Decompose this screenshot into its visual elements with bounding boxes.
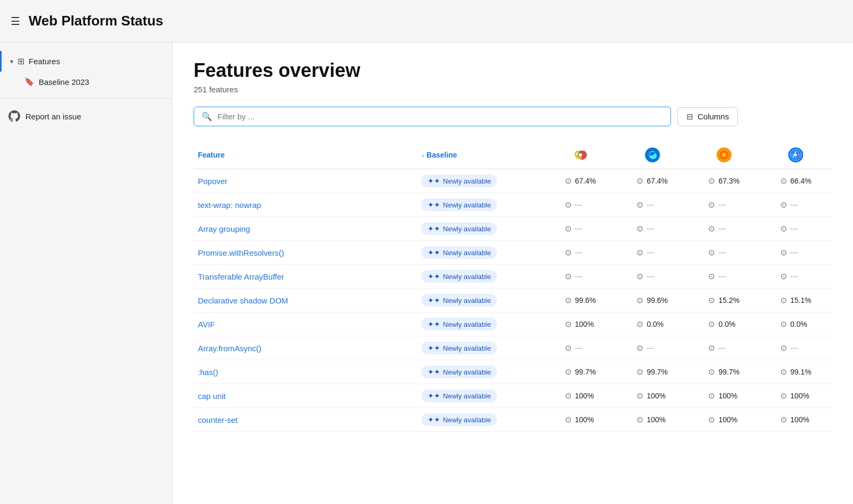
check-icon: ⊙ [780,415,787,424]
firefox-value: --- [718,248,739,257]
check-icon: ⊙ [565,415,572,424]
newly-available-badge: ✦✦ Newly available [421,175,497,187]
chrome-value: --- [575,272,596,281]
chrome-value: 100% [575,392,596,400]
check-icon: ⊙ [637,319,643,329]
chrome-cell: ⊙67.4% [545,169,616,193]
baseline-cell: ✦✦ Newly available [417,265,545,289]
feature-name-cell: :has() [194,360,417,384]
safari-value: 99.1% [790,368,812,376]
newly-available-badge: ✦✦ Newly available [421,389,497,402]
th-baseline[interactable]: ↓ Baseline [417,141,545,169]
check-icon: ⊙ [637,415,643,424]
firefox-value: 100% [718,415,739,424]
firefox-cell: ⊙0.0% [688,312,760,336]
feature-link[interactable]: :has() [198,368,218,377]
filter-input[interactable] [217,112,663,121]
edge-value: 100% [647,392,668,400]
check-icon: ⊙ [780,200,787,210]
sidebar-report-label: Report an issue [25,112,81,121]
check-icon: ⊙ [708,367,715,377]
firefox-cell: ⊙67.3% [688,169,760,193]
chrome-value: 99.7% [575,368,596,376]
safari-value: --- [790,224,812,233]
check-icon: ⊙ [708,176,715,186]
edge-cell: ⊙99.7% [616,360,688,384]
feature-link[interactable]: counter-set [198,415,238,424]
baseline-cell: ✦✦ Newly available [417,312,545,336]
safari-cell: ⊙15.1% [760,289,832,312]
baseline-cell: ✦✦ Newly available [417,241,545,265]
feature-link[interactable]: Transferable ArrayBuffer [198,272,284,281]
check-icon: ⊙ [565,391,572,401]
feature-name-cell: Array.fromAsync() [194,336,417,360]
table-row: text-wrap: nowrap✦✦ Newly available⊙---⊙… [194,193,832,217]
check-icon: ⊙ [565,367,572,377]
sidebar-item-features[interactable]: ▾ ⊞ Features [0,51,172,72]
feature-link[interactable]: AVIF [198,320,215,329]
svg-point-6 [722,153,726,157]
feature-link[interactable]: Array.fromAsync() [198,344,262,353]
table-row: :has()✦✦ Newly available⊙99.7%⊙99.7%⊙99.… [194,360,832,384]
edge-cell: ⊙0.0% [616,312,688,336]
svg-point-15 [795,154,797,156]
chrome-cell: ⊙99.6% [545,289,616,312]
chrome-cell: ⊙--- [545,241,616,265]
chrome-cell: ⊙100% [545,408,616,432]
feature-link[interactable]: text-wrap: nowrap [198,201,261,210]
safari-value: 100% [790,415,812,424]
table-row: Transferable ArrayBuffer✦✦ Newly availab… [194,265,832,289]
main-layout: ▾ ⊞ Features 🔖 Baseline 2023 Report an i… [0,42,853,504]
edge-cell: ⊙--- [616,265,688,289]
check-icon: ⊙ [708,248,715,257]
firefox-value: --- [718,224,739,233]
sidebar-item-baseline[interactable]: 🔖 Baseline 2023 [0,72,172,92]
baseline-cell: ✦✦ Newly available [417,360,545,384]
baseline-cell: ✦✦ Newly available [417,336,545,360]
firefox-cell: ⊙--- [688,265,760,289]
feature-link[interactable]: cap unit [198,392,226,401]
firefox-value: 67.3% [718,177,739,185]
check-icon: ⊙ [637,391,643,401]
safari-value: 15.1% [790,296,812,305]
firefox-cell: ⊙15.2% [688,289,760,312]
chrome-cell: ⊙99.7% [545,360,616,384]
check-icon: ⊙ [565,296,572,305]
edge-value: --- [647,272,668,281]
check-icon: ⊙ [780,224,787,233]
safari-value: 66.4% [790,177,812,185]
chrome-cell: ⊙--- [545,193,616,217]
check-icon: ⊙ [565,319,572,329]
filter-input-wrap: 🔍 [194,107,671,126]
chrome-cell: ⊙--- [545,265,616,289]
safari-cell: ⊙100% [760,408,832,432]
feature-name-cell: text-wrap: nowrap [194,193,417,217]
feature-name-cell: cap unit [194,384,417,408]
edge-cell: ⊙100% [616,384,688,408]
feature-name-cell: Transferable ArrayBuffer [194,265,417,289]
feature-link[interactable]: Popover [198,177,228,186]
th-feature[interactable]: Feature [194,141,417,169]
chrome-value: 100% [575,320,596,328]
safari-cell: ⊙--- [760,217,832,241]
hamburger-icon[interactable]: ☰ [11,15,20,28]
check-icon: ⊙ [637,272,643,281]
newly-available-badge: ✦✦ Newly available [421,246,497,259]
safari-cell: ⊙--- [760,336,832,360]
filter-bar: 🔍 ⊟ Columns [194,107,832,126]
feature-link[interactable]: Promise.withResolvers() [198,248,284,257]
newly-available-badge: ✦✦ Newly available [421,366,497,378]
chrome-cell: ⊙--- [545,336,616,360]
github-icon [8,110,20,122]
check-icon: ⊙ [708,319,715,329]
sidebar-item-report[interactable]: Report an issue [0,105,172,127]
columns-button[interactable]: ⊟ Columns [677,107,738,126]
features-count: 251 features [194,85,832,94]
feature-link[interactable]: Array grouping [198,224,250,233]
chrome-icon-header [549,147,612,162]
feature-name-cell: Declarative shadow DOM [194,289,417,312]
sidebar-features-label: Features [29,57,60,66]
feature-link[interactable]: Declarative shadow DOM [198,296,288,305]
safari-value: --- [790,344,812,352]
check-icon: ⊙ [565,224,572,233]
